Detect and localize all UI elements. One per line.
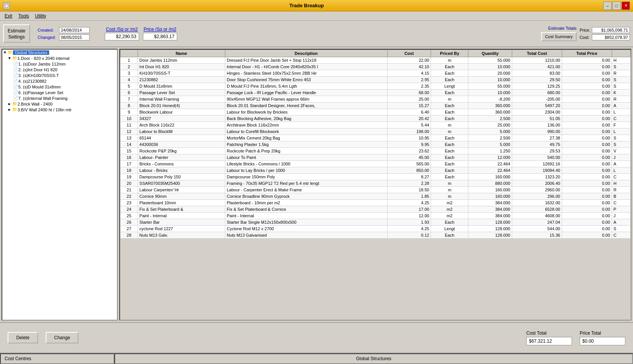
cell-flag: C: [612, 200, 630, 206]
table-row[interactable]: 1 Door Jambs 112mm Dressed F/J Pine Door…: [120, 57, 631, 64]
cell-flag: S: [612, 64, 630, 70]
col-header-priced: Priced By: [431, 50, 468, 57]
table-row[interactable]: 23 Plasterboard 10mm Plasterboard - 10mm…: [120, 200, 631, 206]
date-group: Created: 24/08/2014 Changed: 08/05/2015: [38, 27, 90, 40]
table-row[interactable]: 5 D Mould 31x8mm D Mould F/J Pine 31x8mm…: [120, 83, 631, 90]
table-row[interactable]: 6 Passage Lever Set Passage Lock - IR Le…: [120, 90, 631, 96]
table-row[interactable]: 26 Starter Bar Starter Bar Single M12x15…: [120, 219, 631, 226]
cell-desc: Plasterboard - 10mm per m2: [225, 200, 387, 206]
maximize-button[interactable]: □: [612, 2, 621, 10]
delete-button[interactable]: Delete: [8, 332, 38, 343]
tree-item-2[interactable]: 📄 2. (s)Int Door H1 820: [2, 67, 117, 72]
tree-panel[interactable]: ▼ 📁 Global Structures ▼ 📁 1.Door - 820 x…: [2, 49, 118, 321]
table-row[interactable]: 2 Int Door H1 820 Internal Door - H1 - H…: [120, 64, 631, 70]
close-button[interactable]: ✕: [622, 2, 630, 10]
cost-sq-value[interactable]: $2,290.53: [105, 33, 139, 40]
price-sq-item: Price /Sq or /m2 $2,863.17: [143, 27, 177, 40]
tree-doc-icon-5: 📄: [13, 84, 18, 89]
created-value[interactable]: 24/08/2014: [59, 27, 90, 33]
table-row[interactable]: 8 Block 20.01 Honed(4) Block 20.01 Stand…: [120, 103, 631, 109]
tree-item-5[interactable]: 📄 5. (s)D Mould 31x8mm: [2, 84, 117, 90]
cell-desc: Back Blocking Adhesive, 20kg Bag: [225, 115, 387, 122]
tree-item-bv[interactable]: ► 📁 3.B/V Wall 2400 ht / 10lin mtr: [2, 107, 117, 112]
cell-name: Rockcote P&P 20kg: [138, 148, 225, 154]
cell-desc: Rockcote Patch & Prep 20kg: [225, 148, 387, 154]
cell-total-cost: 421.00: [512, 64, 562, 70]
tree-item-5-label: 5. (s)D Mould 31x8mm: [18, 85, 61, 89]
table-row[interactable]: 14 44300036 Patching Plaster 1.5kg 9.95 …: [120, 141, 631, 148]
table-row[interactable]: 11 Arch Block 116x22 Architrave Block 11…: [120, 122, 631, 128]
cost-total-value[interactable]: $67,321.12: [526, 337, 572, 345]
title-bar: 📋 Trade Breakup – □ ✕: [0, 0, 633, 11]
cost-summary-button[interactable]: Cost Summary: [541, 32, 577, 41]
cell-total-price: 0.00: [562, 135, 612, 141]
cell-qty: 10.000: [468, 77, 512, 83]
table-scroll[interactable]: Name Description Cost Priced By Quantity…: [120, 50, 631, 320]
table-row[interactable]: 28 Nuts M13 Galv. Nuts M13 Galvanised 0.…: [120, 232, 631, 239]
price-sq-value[interactable]: $2,863.17: [143, 33, 177, 40]
table-row[interactable]: 3 KH100/70SSS-T Hinges - Stainless Steel…: [120, 70, 631, 77]
change-button[interactable]: Change: [46, 332, 79, 343]
cell-qty: 5.000: [468, 128, 512, 135]
col-header-total-price: Total Price: [562, 50, 612, 57]
table-row[interactable]: 22 Cornice 90mm Cornice Broadline 90mm G…: [120, 193, 631, 200]
menu-exit[interactable]: Exit: [2, 13, 15, 19]
status-global-structures[interactable]: Global Structures: [114, 353, 633, 364]
table-row[interactable]: 10 34327 Back Blocking Adhesive, 20kg Ba…: [120, 115, 631, 122]
table-row[interactable]: 12 Labour to Blockfill Labour to Corefil…: [120, 128, 631, 135]
minimize-button[interactable]: –: [603, 2, 612, 10]
changed-value[interactable]: 08/05/2015: [59, 34, 90, 40]
cost-value[interactable]: $852,078.97: [592, 34, 630, 40]
table-row[interactable]: 7 Internal Wall Framing 90x45mm MGP12 Wa…: [120, 96, 631, 103]
cell-num: 22: [120, 193, 138, 200]
tree-item-4[interactable]: 📄 4. (s)21230882: [2, 78, 117, 84]
cost-price-group: Cost /Sq or /m2 $2,290.53 Price /Sq or /…: [105, 27, 177, 40]
table-row[interactable]: 17 Bricks - Commons Lifestyle Bricks - C…: [120, 161, 631, 167]
cell-num: 13: [120, 135, 138, 141]
tree-expand-root[interactable]: ▼ 📁 Global Structures: [2, 50, 117, 55]
status-cost-centres[interactable]: Cost Centres: [0, 353, 114, 364]
tree-item-7[interactable]: 📄 7. (s)Internal Wall Framing: [2, 95, 117, 101]
cell-cost: 850.00: [387, 167, 431, 174]
table-row[interactable]: 24 Fix & Set Platerboard & Fix & Set Pla…: [120, 206, 631, 213]
table-row[interactable]: 16 Labour- Painter Labour To Paint 45.00…: [120, 154, 631, 161]
cell-cost: 10.95: [387, 135, 431, 141]
cost-total-label: Cost Total: [526, 330, 572, 336]
table-row[interactable]: 27 cyclone Rod 1227 Cyclone Rod M12 x 27…: [120, 226, 631, 232]
table-row[interactable]: 25 Paint - Internal Paint - Internal 12.…: [120, 213, 631, 219]
table-row[interactable]: 21 Labour Carpenter/ Hr Labour - Carpent…: [120, 187, 631, 193]
table-row[interactable]: 13 65144 MortorMix Cement 20kg Bag 10.95…: [120, 135, 631, 141]
price-sq-label[interactable]: Price /Sq or /m2: [144, 27, 176, 32]
table-row[interactable]: 19 Dampcourse Poly 150 Dampcourse 150mm …: [120, 174, 631, 180]
cell-desc: Architrave Block 116x22mm: [225, 122, 387, 128]
table-row[interactable]: 4 21230882 Door Stop Cushioned 75mm Whit…: [120, 77, 631, 83]
cell-total-price: 0.00: [562, 213, 612, 219]
tree-item-door[interactable]: ▼ 📁 1.Door - 820 x 2040 internal: [2, 55, 117, 61]
tree-item-3[interactable]: 📄 3. (s)KH100/70SSS-T: [2, 72, 117, 78]
cell-flag: R: [612, 70, 630, 77]
table-row[interactable]: 20 SSAR070035M25400 Framing - 70x35 MGP1…: [120, 180, 631, 187]
cell-cost: 1.93: [387, 219, 431, 226]
cell-num: 6: [120, 90, 138, 96]
table-row[interactable]: 9 Blockwork Labour Labour for Blockwork …: [120, 109, 631, 115]
cell-total-price: 0.00: [562, 70, 612, 77]
cost-sq-label[interactable]: Cost /Sq or /m2: [106, 27, 138, 32]
tree-item-brick[interactable]: ► 📁 2.Brick Wall - 2400: [2, 101, 117, 107]
price-total-value[interactable]: $0.00: [580, 337, 625, 345]
menu-utility[interactable]: Utility: [32, 13, 49, 19]
cell-total-cost: 2960.00: [512, 187, 562, 193]
price-value[interactable]: $1,065,098.71: [592, 27, 630, 33]
col-header-cost: Cost: [387, 50, 431, 57]
cell-total-cost: 136.00: [512, 122, 562, 128]
cell-flag: A: [612, 161, 630, 167]
tree-item-6[interactable]: 📄 6. (s)Passage Lever Set: [2, 90, 117, 95]
estimate-settings-button[interactable]: EstimateSettings: [3, 24, 30, 43]
created-label: Created:: [38, 28, 58, 32]
table-row[interactable]: 18 Labour - Bricks Labour to Lay Bricks …: [120, 167, 631, 174]
cell-flag: S: [612, 226, 630, 232]
cell-num: 24: [120, 206, 138, 213]
cell-num: 15: [120, 148, 138, 154]
menu-tools[interactable]: Tools: [15, 13, 32, 19]
table-row[interactable]: 15 Rockcote P&P 20kg Rockcote Patch & Pr…: [120, 148, 631, 154]
tree-item-1[interactable]: 📄 1. (s)Door Jambs 112mm: [2, 61, 117, 67]
